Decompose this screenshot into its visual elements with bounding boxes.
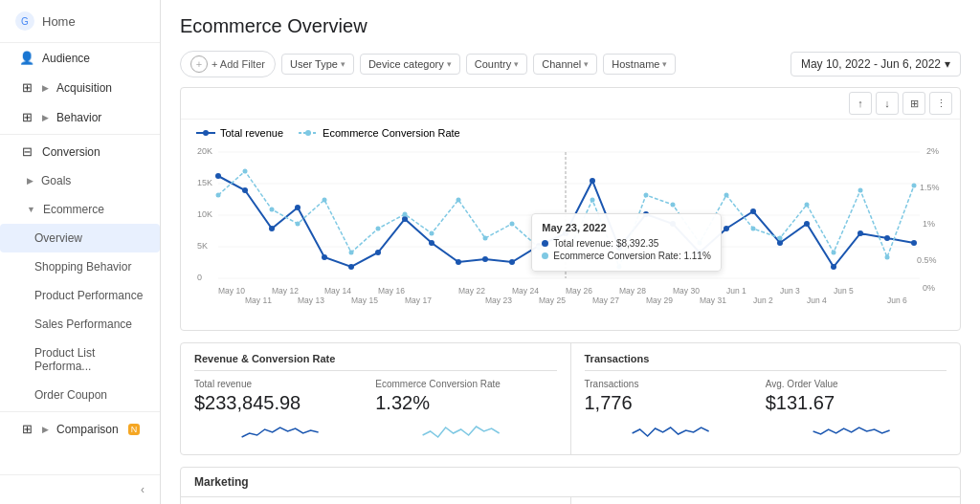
add-filter-btn[interactable]: + + Add Filter xyxy=(180,51,276,77)
svg-text:May 10: May 10 xyxy=(218,286,245,296)
sidebar-label-audience: Audience xyxy=(42,52,90,65)
sidebar-item-behavior[interactable]: ⊞ ▶ Behavior xyxy=(0,102,160,132)
sidebar-item-ecommerce[interactable]: ▼ Ecommerce xyxy=(0,195,160,224)
svg-point-67 xyxy=(778,236,783,241)
svg-point-43 xyxy=(858,230,863,236)
svg-point-22 xyxy=(295,205,301,210)
sidebar-label-product-list: Product List Performa... xyxy=(34,346,145,373)
sidebar-item-sales-performance[interactable]: Sales Performance xyxy=(0,310,160,339)
date-range-picker[interactable]: May 10, 2022 - Jun 6, 2022 ▾ xyxy=(791,52,961,77)
svg-point-26 xyxy=(402,216,408,222)
filter-country[interactable]: Country ▾ xyxy=(466,54,528,75)
svg-point-39 xyxy=(750,208,756,214)
sidebar-item-audience[interactable]: 👤 Audience xyxy=(0,43,160,73)
sidebar-collapse-btn[interactable]: ‹ xyxy=(0,474,160,504)
stat-conversion-rate-value: 1.32% xyxy=(375,392,546,414)
chart-down-btn[interactable]: ↓ xyxy=(876,92,899,115)
hostname-arrow-icon: ▾ xyxy=(662,59,667,69)
svg-point-53 xyxy=(403,212,408,217)
add-filter-label: + Add Filter xyxy=(212,58,265,70)
sidebar-label-conversion: Conversion xyxy=(42,145,100,159)
svg-text:May 28: May 28 xyxy=(619,286,646,296)
sidebar-logo: G Home xyxy=(0,0,160,43)
chart-more-btn[interactable]: ⋮ xyxy=(929,92,952,115)
device-arrow-icon: ▾ xyxy=(447,59,452,69)
sidebar-item-goals[interactable]: ▶ Goals xyxy=(0,166,160,195)
legend-conversion-rate-label: Ecommerce Conversion Rate xyxy=(323,127,460,139)
chart-grid-btn[interactable]: ⊞ xyxy=(902,92,925,115)
chart-up-btn[interactable]: ↑ xyxy=(849,92,872,115)
sidebar-label-shopping: Shopping Behavior xyxy=(34,260,131,274)
svg-text:0.5%: 0.5% xyxy=(917,255,937,265)
svg-point-58 xyxy=(537,246,542,251)
filter-user-type[interactable]: User Type ▾ xyxy=(281,54,354,75)
marketing-section: Marketing Campaigns Transactions 113 Ord… xyxy=(180,467,961,504)
sidebar-item-order-coupon[interactable]: Order Coupon xyxy=(0,381,160,409)
svg-point-69 xyxy=(832,251,836,255)
filter-device-category[interactable]: Device category ▾ xyxy=(360,54,460,75)
svg-point-63 xyxy=(671,203,676,208)
svg-point-27 xyxy=(429,240,434,246)
chart-legend: Total revenue Ecommerce Conversion Rate xyxy=(181,120,960,142)
behavior-icon: ⊞ xyxy=(19,110,34,124)
sidebar: G Home 👤 Audience ⊞ ▶ Acquisition ⊞ ▶ Be… xyxy=(0,0,161,504)
sidebar-item-shopping-behavior[interactable]: Shopping Behavior xyxy=(0,252,160,281)
acquisition-arrow: ▶ xyxy=(42,83,49,93)
filter-user-type-label: User Type xyxy=(290,58,338,70)
sidebar-label-behavior: Behavior xyxy=(56,111,101,124)
svg-point-54 xyxy=(430,231,434,236)
stat-total-revenue-value: $233,845.98 xyxy=(194,392,366,414)
sidebar-item-conversion[interactable]: ⊟ Conversion xyxy=(0,137,160,166)
sidebar-label-product-performance: Product Performance xyxy=(34,289,143,302)
stats-revenue-group: Revenue & Conversion Rate Total revenue … xyxy=(181,343,571,454)
stat-transactions-value: 1,776 xyxy=(585,392,756,414)
svg-text:Jun 4: Jun 4 xyxy=(807,296,827,305)
svg-point-41 xyxy=(804,221,810,227)
sidebar-label-acquisition: Acquisition xyxy=(56,81,112,95)
svg-text:May 23: May 23 xyxy=(485,296,512,305)
svg-point-35 xyxy=(643,211,649,217)
sidebar-label-comparison: Comparison xyxy=(56,423,119,436)
svg-point-1 xyxy=(203,130,209,136)
legend-conversion-rate: Ecommerce Conversion Rate xyxy=(299,127,460,139)
marketing-order-coupon-col: Order Coupon Code Transactions - xyxy=(571,497,961,504)
svg-point-72 xyxy=(912,184,917,188)
stat-avg-order-value: Avg. Order Value $131.67 xyxy=(766,379,947,445)
sidebar-item-comparison[interactable]: ⊞ ▶ Comparison N xyxy=(0,414,160,444)
svg-text:Jun 6: Jun 6 xyxy=(887,296,907,305)
stat-conversion-rate: Ecommerce Conversion Rate 1.32% xyxy=(375,379,556,445)
country-arrow-icon: ▾ xyxy=(514,59,519,69)
svg-point-47 xyxy=(243,169,248,174)
stats-revenue-title: Revenue & Conversion Rate xyxy=(194,353,557,371)
sidebar-item-acquisition[interactable]: ⊞ ▶ Acquisition xyxy=(0,73,160,102)
svg-point-42 xyxy=(831,264,836,270)
svg-point-44 xyxy=(884,235,890,241)
svg-text:Jun 1: Jun 1 xyxy=(726,286,746,296)
svg-point-50 xyxy=(323,198,327,203)
stats-transactions-title: Transactions xyxy=(585,353,947,371)
svg-point-20 xyxy=(242,187,248,193)
sidebar-label-overview: Overview xyxy=(34,231,82,245)
svg-point-38 xyxy=(724,226,729,231)
svg-point-19 xyxy=(215,173,221,179)
stat-total-revenue-sparkline xyxy=(194,418,366,445)
sidebar-label-order-coupon: Order Coupon xyxy=(34,388,107,402)
svg-point-21 xyxy=(269,226,275,231)
svg-text:May 29: May 29 xyxy=(646,296,673,305)
filter-hostname[interactable]: Hostname ▾ xyxy=(603,54,676,75)
comparison-icon: ⊞ xyxy=(19,422,34,436)
stat-avg-order-sparkline xyxy=(766,418,937,445)
svg-point-45 xyxy=(911,240,917,246)
sidebar-item-product-list[interactable]: Product List Performa... xyxy=(0,339,160,381)
svg-text:May 11: May 11 xyxy=(245,296,272,305)
sidebar-item-overview[interactable]: Overview xyxy=(0,224,160,252)
filter-hostname-label: Hostname xyxy=(612,58,659,70)
filter-channel[interactable]: Channel ▾ xyxy=(533,54,597,75)
svg-point-62 xyxy=(644,193,649,198)
sidebar-item-product-performance[interactable]: Product Performance xyxy=(0,281,160,310)
comparison-arrow: ▶ xyxy=(42,425,49,434)
svg-point-46 xyxy=(216,193,221,198)
sidebar-logo-text[interactable]: Home xyxy=(42,14,76,29)
svg-point-33 xyxy=(590,178,595,184)
user-type-arrow-icon: ▾ xyxy=(341,59,345,69)
